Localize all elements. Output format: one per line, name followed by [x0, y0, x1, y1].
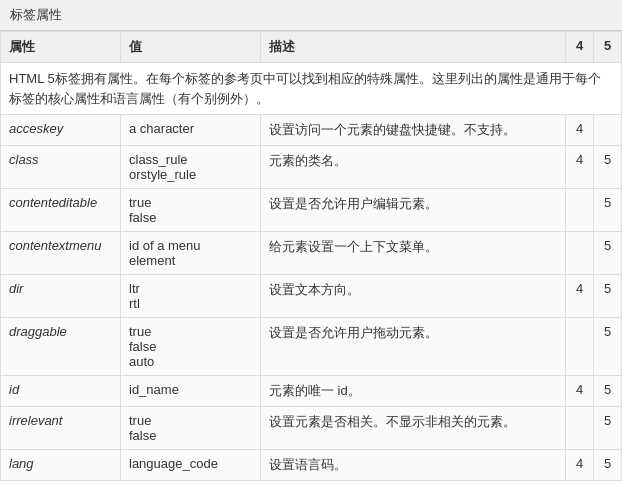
- intro-text: HTML 5标签拥有属性。在每个标签的参考页中可以找到相应的特殊属性。这里列出的…: [1, 63, 622, 115]
- cell-v4: [566, 318, 594, 376]
- cell-val: truefalseauto: [121, 318, 261, 376]
- attributes-table: 属性 值 描述 4 5 HTML 5标签拥有属性。在每个标签的参考页中可以找到相…: [0, 31, 622, 481]
- cell-attr: id: [1, 376, 121, 407]
- cell-desc: 设置是否允许用户拖动元素。: [261, 318, 566, 376]
- header-val: 值: [121, 32, 261, 63]
- cell-attr: acceskey: [1, 115, 121, 146]
- table-row: langlanguage_code设置语言码。45: [1, 450, 622, 481]
- header-v4: 4: [566, 32, 594, 63]
- cell-val: truefalse: [121, 189, 261, 232]
- table-row: acceskeya character设置访问一个元素的键盘快捷键。不支持。4: [1, 115, 622, 146]
- header-desc: 描述: [261, 32, 566, 63]
- cell-v4: [566, 407, 594, 450]
- cell-val: ltrrtl: [121, 275, 261, 318]
- cell-v5: 5: [594, 232, 622, 275]
- cell-v4: 4: [566, 115, 594, 146]
- page-container: 标签属性 属性 值 描述 4 5 HTML 5标签拥有属性。在每个标签的参考页中…: [0, 0, 622, 481]
- page-title: 标签属性: [0, 0, 622, 31]
- cell-v5: 5: [594, 189, 622, 232]
- cell-desc: 元素的唯一 id。: [261, 376, 566, 407]
- table-row: irrelevanttruefalse设置元素是否相关。不显示非相关的元素。5: [1, 407, 622, 450]
- cell-val: id of a menuelement: [121, 232, 261, 275]
- cell-attr: dir: [1, 275, 121, 318]
- table-header-row: 属性 值 描述 4 5: [1, 32, 622, 63]
- cell-desc: 设置文本方向。: [261, 275, 566, 318]
- cell-v4: 4: [566, 275, 594, 318]
- cell-attr: contentextmenu: [1, 232, 121, 275]
- table-row: draggabletruefalseauto设置是否允许用户拖动元素。5: [1, 318, 622, 376]
- cell-val: class_ruleorstyle_rule: [121, 146, 261, 189]
- cell-desc: 元素的类名。: [261, 146, 566, 189]
- cell-v4: 4: [566, 146, 594, 189]
- cell-v5: 5: [594, 376, 622, 407]
- table-row: contenteditabletruefalse设置是否允许用户编辑元素。5: [1, 189, 622, 232]
- cell-v5: 5: [594, 450, 622, 481]
- cell-desc: 设置访问一个元素的键盘快捷键。不支持。: [261, 115, 566, 146]
- cell-desc: 设置是否允许用户编辑元素。: [261, 189, 566, 232]
- cell-val: truefalse: [121, 407, 261, 450]
- table-row: contentextmenuid of a menuelement给元素设置一个…: [1, 232, 622, 275]
- cell-val: id_name: [121, 376, 261, 407]
- cell-attr: lang: [1, 450, 121, 481]
- cell-v5: 5: [594, 318, 622, 376]
- cell-attr: irrelevant: [1, 407, 121, 450]
- cell-v4: [566, 189, 594, 232]
- cell-attr: class: [1, 146, 121, 189]
- cell-attr: draggable: [1, 318, 121, 376]
- cell-v4: [566, 232, 594, 275]
- table-row: classclass_ruleorstyle_rule元素的类名。45: [1, 146, 622, 189]
- intro-row: HTML 5标签拥有属性。在每个标签的参考页中可以找到相应的特殊属性。这里列出的…: [1, 63, 622, 115]
- cell-desc: 给元素设置一个上下文菜单。: [261, 232, 566, 275]
- header-attr: 属性: [1, 32, 121, 63]
- table-row: dirltrrtl设置文本方向。45: [1, 275, 622, 318]
- cell-attr: contenteditable: [1, 189, 121, 232]
- cell-v5: 5: [594, 146, 622, 189]
- cell-v4: 4: [566, 376, 594, 407]
- cell-desc: 设置语言码。: [261, 450, 566, 481]
- cell-v4: 4: [566, 450, 594, 481]
- header-v5: 5: [594, 32, 622, 63]
- cell-val: language_code: [121, 450, 261, 481]
- cell-v5: 5: [594, 275, 622, 318]
- cell-v5: 5: [594, 407, 622, 450]
- cell-val: a character: [121, 115, 261, 146]
- cell-v5: [594, 115, 622, 146]
- table-row: idid_name元素的唯一 id。45: [1, 376, 622, 407]
- cell-desc: 设置元素是否相关。不显示非相关的元素。: [261, 407, 566, 450]
